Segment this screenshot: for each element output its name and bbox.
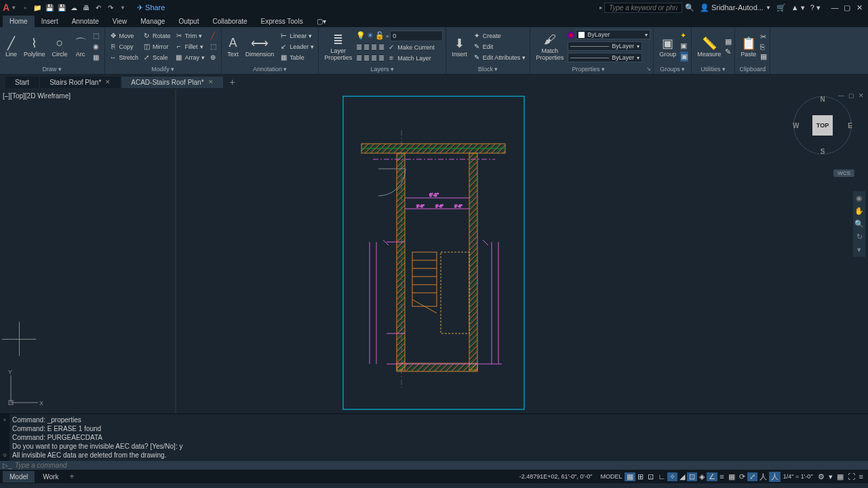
otrack-toggle[interactable]: ∠ [707,472,717,481]
move-button[interactable]: ✥Move [108,31,140,41]
fullscreen-toggle[interactable]: ⛶ [846,472,857,481]
draw-misc1[interactable]: ⬚ [91,31,102,41]
group-ico3[interactable]: ▣ [680,52,688,62]
open-icon[interactable]: 📁 [32,2,43,13]
file-tab-active[interactable]: ACAD-Stairs Roof Plan*✕ [121,77,222,88]
layer-ico2[interactable]: ≣ [363,43,370,52]
layout-add-button[interactable]: + [65,470,78,483]
transparency-toggle[interactable]: ▦ [726,472,737,481]
cycling-toggle[interactable]: ⟳ [737,472,747,481]
dimension-button[interactable]: ⟷Dimension [243,35,277,59]
file-tab[interactable]: Stairs Roof Plan*✕ [40,77,120,88]
util-ico2[interactable]: ✎ [725,47,732,56]
mod-misc2[interactable]: ⬚ [208,42,218,52]
undo-icon[interactable]: ↶ [93,2,104,13]
pan-icon[interactable]: ✋ [854,207,864,216]
tab-insert[interactable]: Insert [35,16,65,27]
paste-button[interactable]: 📋Paste [738,35,759,59]
annoall-toggle[interactable]: 人 [769,472,781,482]
tab-view[interactable]: View [106,16,134,27]
tab-output[interactable]: Output [172,16,205,27]
model-tab[interactable]: Model [3,471,35,483]
minimize-button[interactable]: — [829,3,841,12]
match-properties-button[interactable]: 🖌Match Properties [533,31,566,62]
mod-misc3[interactable]: ⊕ [208,53,218,62]
command-input[interactable] [15,462,865,469]
navigation-bar[interactable]: ◉ ✋ 🔍 ↻ ▾ [853,191,865,257]
maximize-button[interactable]: ▢ [841,3,853,12]
mod-misc1[interactable]: ╱ [208,31,218,41]
linear-button[interactable]: ⊢Linear ▾ [278,31,315,41]
color-combo[interactable]: ByLayer▾ [576,30,650,39]
trim-button[interactable]: ✂Trim ▾ [174,31,207,41]
tab-start[interactable]: Start [5,77,39,88]
group-ico1[interactable]: ✦ [680,31,688,40]
zoom-icon[interactable]: 🔍 [854,220,864,228]
add-tab-button[interactable]: + [224,75,241,89]
measure-button[interactable]: 📏Measure [694,35,724,59]
new-icon[interactable]: ▫ [20,2,31,13]
tab-manage[interactable]: Manage [134,16,172,27]
ortho-toggle[interactable]: ∟ [656,472,667,481]
lineweight-combo[interactable]: ByLayer▾ [568,41,642,51]
clip-ico[interactable]: ▦ [760,52,767,61]
copy-button[interactable]: ⎘Copy [108,42,140,52]
copy-clip-icon[interactable]: ⎘ [760,43,767,51]
tab-collaborate[interactable]: Collaborate [205,16,254,27]
drawing-canvas[interactable]: 6'-8" 3'-8" 3'-8" 3'-8" [0,89,868,413]
insert-button[interactable]: ⬇Insert [449,35,470,59]
share-button[interactable]: ✈ Share [137,3,165,12]
array-button[interactable]: ▦Array ▾ [174,53,207,62]
3dosnap-toggle[interactable]: ◈ [697,472,707,481]
infer-toggle[interactable]: ⊡ [646,472,656,481]
saveas-icon[interactable]: 💾 [56,2,67,13]
search-input[interactable] [604,3,682,13]
annoscale-toggle[interactable]: ⤢ [747,472,757,481]
app-icon[interactable]: ▲ ▾ [791,3,805,12]
layer-ico5[interactable]: ≣ [356,54,362,63]
layer-ico4[interactable]: ≣ [378,43,384,52]
tab-featured[interactable]: ▢▾ [310,16,333,27]
stretch-button[interactable]: ↔Stretch [108,53,140,62]
line-button[interactable]: ╱Line [3,35,20,59]
customize-icon[interactable]: ≡ [857,472,865,481]
tab-home[interactable]: Home [3,16,35,27]
osnap-toggle[interactable]: ⊡ [687,472,697,481]
layer-ico1[interactable]: ≣ [356,43,362,52]
plot-icon[interactable]: 🖶 [81,2,92,13]
layer-ico8[interactable]: ≣ [378,54,384,63]
save-icon[interactable]: 💾 [44,2,55,13]
draw-misc3[interactable]: ▦ [91,53,102,62]
scale-button[interactable]: ⤢Scale [141,53,172,62]
annomon-toggle[interactable]: 人 [757,472,769,482]
group-ico2[interactable]: ▣ [680,41,688,50]
user-account[interactable]: 👤 Sridhar-Autod... ▼ [700,3,771,12]
make-current-button[interactable]: ✓Make Current [386,43,436,52]
orbit-icon[interactable]: ↻ [856,232,863,241]
status-misc2[interactable]: ▦ [835,472,846,481]
lwt-toggle[interactable]: ≡ [717,472,726,481]
close-icon[interactable]: ✕ [105,79,111,85]
layer-ico6[interactable]: ≣ [363,54,370,63]
tab-annotate[interactable]: Annotate [65,16,106,27]
cmd-close-icon[interactable]: ✕ [3,415,7,424]
polyline-button[interactable]: ⌇Polyline [21,35,48,59]
cut-icon[interactable]: ✂ [760,33,767,41]
work-tab[interactable]: Work [36,471,65,483]
table-button[interactable]: ▦Table [278,53,315,62]
layer-combo[interactable]: 0 [390,30,443,41]
layer-ico3[interactable]: ≣ [371,43,377,52]
polar-toggle[interactable]: ✧ [667,472,677,481]
iso-toggle[interactable]: ◢ [677,472,687,481]
drawing-area[interactable]: [–][Top][2D Wireframe] — ▢ ✕ [0,89,868,413]
group-button[interactable]: ▣Group [656,35,679,59]
draw-misc2[interactable]: ◉ [91,42,102,52]
text-button[interactable]: AText [224,35,241,59]
edit-attr-button[interactable]: ✎Edit Attributes ▾ [471,53,528,62]
status-gear-icon[interactable]: ⚙ [816,472,827,481]
linetype-combo[interactable]: ByLayer▾ [568,53,642,62]
cart-icon[interactable]: 🛒 [776,3,786,12]
grid-toggle[interactable]: ▦ [625,472,635,481]
model-indicator[interactable]: MODEL [597,473,625,480]
search-icon[interactable]: 🔍 [685,3,694,12]
